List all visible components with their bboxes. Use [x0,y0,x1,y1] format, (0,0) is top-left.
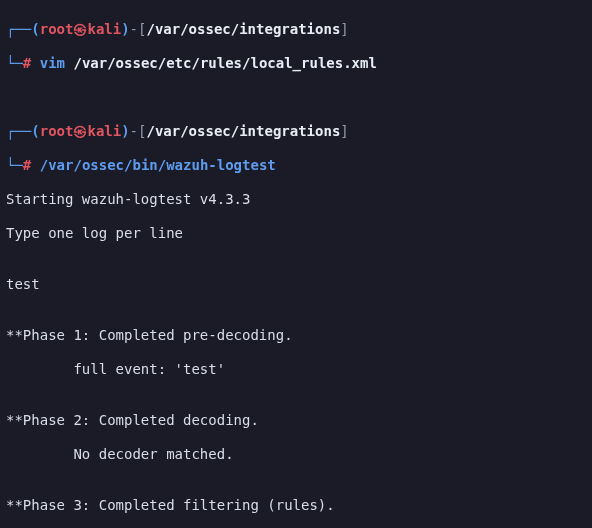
output-line: full event: 'test' [6,361,586,378]
separator-icon: ㉿ [73,21,87,37]
prompt-line-2a: ┌──(root㉿kali)-[/var/ossec/integrations] [6,123,586,140]
host: kali [87,21,121,37]
hash-icon: # [23,55,31,71]
prompt-line-1a: ┌──(root㉿kali)-[/var/ossec/integrations] [6,21,586,38]
cwd: /var/ossec/integrations [146,21,340,37]
corner-icon: ┌── [6,123,31,139]
separator-icon: ㉿ [73,123,87,139]
paren-open: ( [31,123,39,139]
prompt-line-2b: └─# /var/ossec/bin/wazuh-logtest [6,157,586,174]
output-line: No decoder matched. [6,446,586,463]
output-line: test [6,276,586,293]
terminal-output[interactable]: ┌──(root㉿kali)-[/var/ossec/integrations]… [0,0,592,528]
corner-icon: └─ [6,55,23,71]
host: kali [87,123,121,139]
cwd: /var/ossec/integrations [146,123,340,139]
dash-open: -[ [130,21,147,37]
blank-line [6,89,586,106]
output-line: **Phase 2: Completed decoding. [6,412,586,429]
prompt-line-1b: └─# vim /var/ossec/etc/rules/local_rules… [6,55,586,72]
corner-icon: ┌── [6,21,31,37]
paren-open: ( [31,21,39,37]
dash-open: -[ [130,123,147,139]
output-line: **Phase 3: Completed filtering (rules). [6,497,586,514]
user: root [40,123,74,139]
output-line: Type one log per line [6,225,586,242]
output-line: Starting wazuh-logtest v4.3.3 [6,191,586,208]
user: root [40,21,74,37]
close-bracket: ] [340,123,348,139]
paren-close: ) [121,21,129,37]
corner-icon: └─ [6,157,23,173]
command-arg: /var/ossec/etc/rules/local_rules.xml [73,55,376,71]
paren-close: ) [121,123,129,139]
output-line: **Phase 1: Completed pre-decoding. [6,327,586,344]
command: vim [40,55,65,71]
command: /var/ossec/bin/wazuh-logtest [40,157,276,173]
close-bracket: ] [340,21,348,37]
hash-icon: # [23,157,31,173]
